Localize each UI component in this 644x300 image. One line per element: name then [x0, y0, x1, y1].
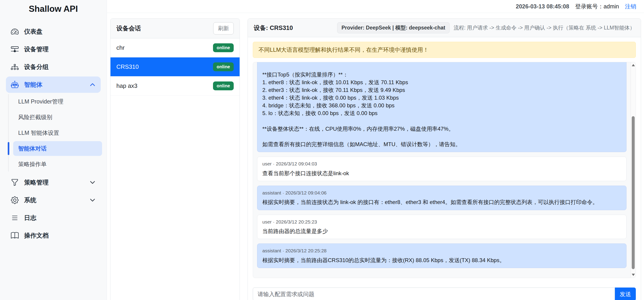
- chat-input[interactable]: [253, 288, 615, 300]
- agent-submenu: LLM Provider管理 风险拦截级别 LLM 智能体设置 智能体对话 策略…: [8, 94, 106, 171]
- message-text: 当前路由器的总流量是多少: [262, 227, 621, 235]
- scroll-up-arrow-icon[interactable]: [632, 64, 635, 66]
- sidebar-item-label: 系统: [24, 196, 36, 204]
- sidebar-item-label: 设备管理: [24, 45, 49, 53]
- flow-text: 流程: 用户请求 -> 生成命令 -> 用户确认 -> 执行（策略在 系统 ->…: [454, 24, 635, 31]
- speedometer-icon: [11, 28, 19, 35]
- device-title: 设备: CRS310: [254, 24, 293, 32]
- book-icon: [11, 232, 19, 239]
- robot-icon: [11, 81, 19, 89]
- assistant-message: assistant · 2026/3/12 20:25:28 根据实时摘要，当前…: [257, 244, 626, 268]
- list-icon: [11, 214, 19, 222]
- sidebar-item-docs[interactable]: 操作文档: [6, 227, 101, 244]
- sidebar-item-dashboard[interactable]: 仪表盘: [6, 23, 101, 40]
- topbar: 2026-03-13 08:45:08 登录账号：admin 注销: [107, 0, 644, 13]
- user-message: user · 2026/3/12 20:25:23 当前路由器的总流量是多少: [257, 215, 626, 239]
- send-button[interactable]: 发送: [615, 288, 636, 300]
- message-meta: assistant · 2026/3/12 09:04:06: [262, 189, 621, 196]
- status-badge: online: [213, 62, 234, 71]
- sidebar-item-logs[interactable]: 日志: [6, 210, 101, 226]
- device-row-crs310[interactable]: CRS310 online: [110, 57, 240, 76]
- sidebar-item-devices[interactable]: 设备管理: [6, 41, 101, 57]
- scroll-down-arrow-icon[interactable]: [632, 274, 635, 276]
- datetime-label: 2026-03-13 08:45:08: [516, 3, 569, 10]
- app-title: Shallow API: [0, 4, 106, 14]
- scrollbar[interactable]: [630, 62, 636, 278]
- sidebar-item-label: 日志: [24, 214, 36, 222]
- chevron-down-icon: [89, 197, 96, 203]
- provider-badge: Provider: DeepSeek | 模型: deepseek-chat: [337, 22, 450, 33]
- sidebar-subitem-risk-level[interactable]: 风险拦截级别: [9, 110, 102, 125]
- sidebar-nav: 仪表盘 设备管理 设备分组 智能体 LLM Provider管理 风: [0, 23, 106, 244]
- device-row-hap-ax3[interactable]: hap ax3 online: [110, 76, 240, 96]
- diagram-icon: [11, 63, 19, 71]
- sidebar: Shallow API 仪表盘 设备管理 设备分组 智能体: [0, 0, 107, 300]
- message-text: 根据实时摘要，当前路由器CRS310的总实时流量为：接收(RX) 88.05 K…: [262, 256, 621, 264]
- device-sessions-panel: 设备会话 刷新 chr online CRS310 online hap ax3…: [110, 18, 240, 300]
- sidebar-subitem-agent-settings[interactable]: LLM 智能体设置: [9, 126, 102, 140]
- sidebar-item-label: 仪表盘: [24, 27, 42, 36]
- logout-link[interactable]: 注销: [625, 3, 636, 10]
- content-area: 设备会话 刷新 chr online CRS310 online hap ax3…: [107, 13, 644, 300]
- device-name: CRS310: [116, 63, 139, 70]
- funnel-icon: [11, 179, 19, 186]
- sidebar-item-label: 操作文档: [24, 231, 49, 240]
- sidebar-subitem-agent-chat[interactable]: 智能体对话: [13, 141, 102, 156]
- assistant-message: assistant · 2026/3/12 09:04:06 根据实时摘要，当前…: [257, 186, 626, 210]
- chat-header-meta: Provider: DeepSeek | 模型: deepseek-chat 流…: [337, 22, 635, 33]
- status-badge: online: [213, 81, 234, 90]
- gear-icon: [11, 196, 19, 204]
- chat-panel-header: 设备: CRS310 Provider: DeepSeek | 模型: deep…: [248, 19, 641, 37]
- message-text: 根据实时摘要，当前连接状态为 link-ok 的接口有：ether8、ether…: [262, 198, 621, 206]
- chat-scroll-area: **接口Top5（按实时流量排序）**： 1. ether8：状态 link-o…: [253, 62, 636, 278]
- sidebar-subitem-policy-tickets[interactable]: 策略操作单: [9, 157, 102, 171]
- sidebar-item-label: 智能体: [24, 81, 42, 89]
- sidebar-item-policy[interactable]: 策略管理: [6, 174, 101, 191]
- sidebar-subitem-llm-provider[interactable]: LLM Provider管理: [9, 94, 102, 109]
- message-meta: assistant · 2026/3/12 20:25:28: [262, 247, 621, 254]
- device-sessions-header: 设备会话 刷新: [110, 19, 240, 38]
- status-badge: online: [213, 43, 234, 52]
- warning-banner: 不同LLM大语言模型理解和执行结果不同，在生产环境中谨慎使用！: [253, 42, 636, 58]
- scrollbar-thumb[interactable]: [632, 116, 635, 269]
- sidebar-item-label: 设备分组: [24, 63, 49, 71]
- sidebar-item-system[interactable]: 系统: [6, 192, 101, 208]
- refresh-button[interactable]: 刷新: [213, 22, 234, 34]
- device-row-chr[interactable]: chr online: [110, 38, 240, 57]
- device-sessions-title: 设备会话: [116, 24, 141, 32]
- chat-panel-body: 不同LLM大语言模型理解和执行结果不同，在生产环境中谨慎使用！ **接口Top5…: [248, 37, 641, 300]
- message-meta: user · 2026/3/12 20:25:23: [262, 219, 621, 225]
- assistant-message: **接口Top5（按实时流量排序）**： 1. ether8：状态 link-o…: [257, 62, 626, 152]
- device-name: chr: [116, 44, 124, 51]
- message-text: 查看当前那个接口连接状态是link-ok: [262, 169, 621, 177]
- chat-panel: 设备: CRS310 Provider: DeepSeek | 模型: deep…: [248, 18, 641, 300]
- message-text: **接口Top5（按实时流量排序）**： 1. ether8：状态 link-o…: [262, 71, 621, 148]
- sidebar-item-label: 策略管理: [24, 178, 49, 186]
- sidebar-item-device-groups[interactable]: 设备分组: [6, 59, 101, 75]
- device-name: hap ax3: [116, 82, 138, 89]
- message-meta: user · 2026/3/12 09:04:03: [262, 160, 621, 167]
- sidebar-item-agent[interactable]: 智能体: [6, 76, 101, 93]
- chevron-down-icon: [89, 179, 96, 186]
- device-network-icon: [11, 45, 19, 53]
- main-area: 2026-03-13 08:45:08 登录账号：admin 注销 设备会话 刷…: [107, 0, 644, 300]
- device-list: chr online CRS310 online hap ax3 online: [110, 38, 240, 96]
- message-list: **接口Top5（按实时流量排序）**： 1. ether8：状态 link-o…: [253, 62, 630, 278]
- chat-input-row: 发送: [253, 288, 636, 300]
- chevron-up-icon: [89, 81, 96, 88]
- account-label: 登录账号：admin: [575, 3, 619, 10]
- user-message: user · 2026/3/12 09:04:03 查看当前那个接口连接状态是l…: [257, 156, 626, 181]
